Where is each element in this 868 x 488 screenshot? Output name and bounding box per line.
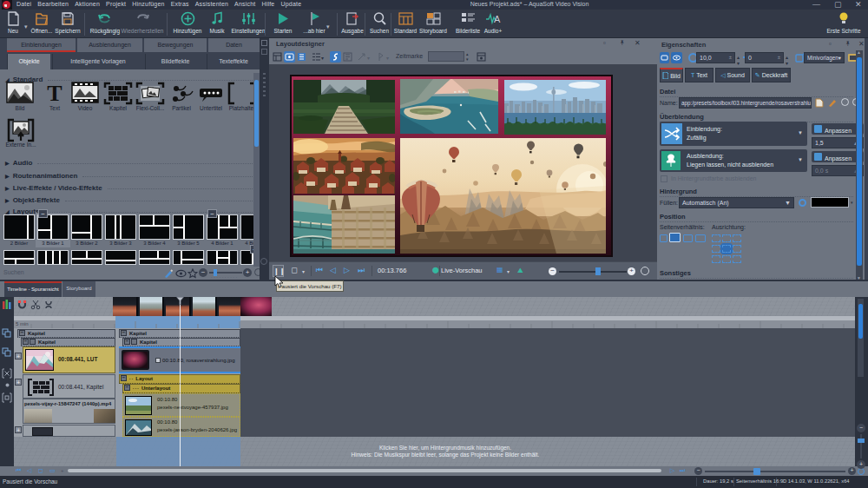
- svg-text:A: A: [494, 14, 501, 24]
- svg-text:T: T: [47, 82, 62, 103]
